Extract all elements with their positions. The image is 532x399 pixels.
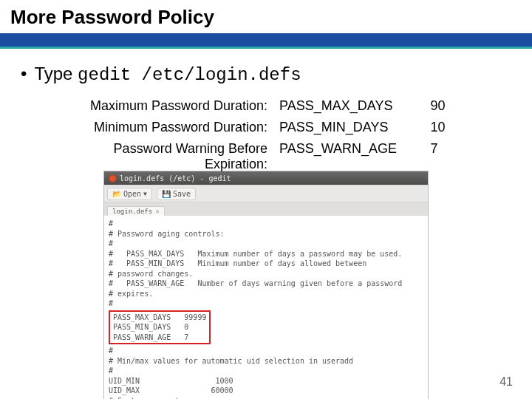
open-button[interactable]: 📂 Open ▼ bbox=[107, 188, 152, 200]
parameters-table: Maximum Password Duration: PASS_MAX_DAYS… bbox=[58, 95, 494, 175]
code-line: # System accounts bbox=[109, 396, 423, 400]
code-line: # bbox=[109, 299, 423, 309]
table-row: Password Warning Before Expiration: PASS… bbox=[58, 138, 494, 175]
param-value: 90 bbox=[425, 95, 494, 117]
code-line: UID_MIN 1000 bbox=[109, 376, 423, 386]
bullet-instruction: • Type gedit /etc/login.defs bbox=[21, 64, 511, 85]
save-icon: 💾 bbox=[162, 190, 171, 198]
code-line: PASS_WARN_AGE 7 bbox=[113, 332, 206, 343]
param-key: PASS_MIN_DAYS bbox=[273, 117, 424, 138]
bullet-dot: • bbox=[21, 64, 27, 84]
param-value: 7 bbox=[425, 138, 494, 175]
gedit-toolbar: 📂 Open ▼ 💾 Save bbox=[104, 185, 428, 202]
param-label: Password Warning Before Expiration: bbox=[58, 138, 273, 175]
gedit-titlebar: login.defs (/etc) - gedit bbox=[104, 171, 428, 185]
code-line: # bbox=[109, 219, 423, 229]
code-line: # Password aging controls: bbox=[109, 229, 423, 239]
table-row: Minimum Password Duration: PASS_MIN_DAYS… bbox=[58, 117, 494, 138]
code-line: # bbox=[109, 239, 423, 249]
slide-title: More Password Policy bbox=[10, 6, 522, 29]
save-label: Save bbox=[173, 190, 191, 198]
editor-body[interactable]: # # Password aging controls: # # PASS_MA… bbox=[104, 216, 428, 399]
bullet-text: Type gedit /etc/login.defs bbox=[34, 64, 301, 85]
code-line: # expires. bbox=[109, 289, 423, 299]
param-key: PASS_WARN_AGE bbox=[273, 138, 424, 175]
chevron-down-icon: ▼ bbox=[143, 191, 147, 197]
open-label: Open bbox=[123, 190, 141, 198]
header-blue-band bbox=[0, 33, 532, 47]
code-line: PASS_MAX_DAYS 99999 bbox=[113, 313, 206, 323]
code-line: # bbox=[109, 346, 423, 356]
param-label: Minimum Password Duration: bbox=[58, 117, 273, 138]
close-tab-icon[interactable]: × bbox=[155, 208, 159, 215]
param-value: 10 bbox=[425, 117, 494, 138]
save-button[interactable]: 💾 Save bbox=[157, 188, 196, 200]
code-line: # password changes. bbox=[109, 269, 423, 279]
window-title: login.defs (/etc) - gedit bbox=[120, 174, 231, 183]
file-tab[interactable]: login.defs × bbox=[107, 206, 165, 216]
close-icon[interactable] bbox=[109, 174, 117, 183]
title-bar: More Password Policy bbox=[0, 0, 532, 33]
tab-label: login.defs bbox=[112, 208, 152, 215]
highlight-box: PASS_MAX_DAYS 99999 PASS_MIN_DAYS 0 PASS… bbox=[109, 310, 211, 345]
table-row: Maximum Password Duration: PASS_MAX_DAYS… bbox=[58, 95, 494, 117]
code-line: UID_MAX 60000 bbox=[109, 386, 423, 396]
folder-open-icon: 📂 bbox=[112, 190, 121, 198]
slide: More Password Policy • Type gedit /etc/l… bbox=[0, 0, 532, 399]
code-line: # PASS_MIN_DAYS Minimum number of days a… bbox=[109, 259, 423, 269]
code-line: # bbox=[109, 366, 423, 376]
bullet-command: gedit /etc/login.defs bbox=[78, 65, 301, 85]
param-label: Maximum Password Duration: bbox=[58, 95, 273, 117]
gedit-tab-bar: login.defs × bbox=[104, 202, 428, 216]
gedit-window: login.defs (/etc) - gedit 📂 Open ▼ 💾 Sav… bbox=[103, 171, 429, 399]
param-key: PASS_MAX_DAYS bbox=[273, 95, 424, 117]
bullet-prefix: Type bbox=[34, 64, 78, 83]
page-number: 41 bbox=[499, 375, 513, 389]
code-line: # PASS_WARN_AGE Number of days warning g… bbox=[109, 279, 423, 289]
code-line: # PASS_MAX_DAYS Maximum number of days a… bbox=[109, 249, 423, 259]
code-line: # Min/max values for automatic uid selec… bbox=[109, 356, 423, 366]
code-line: PASS_MIN_DAYS 0 bbox=[113, 322, 206, 332]
slide-content: • Type gedit /etc/login.defs Maximum Pas… bbox=[0, 49, 532, 399]
